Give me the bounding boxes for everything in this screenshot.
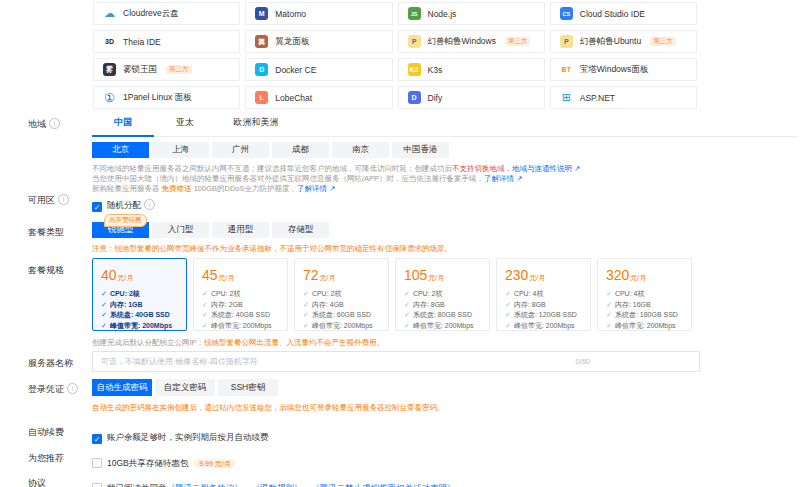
app-card-cloudreve[interactable]: ☁ Cloudreve云盘 bbox=[93, 2, 240, 25]
city-chengdu[interactable]: 成都 bbox=[272, 142, 329, 158]
plan-price-unit: 元/月 bbox=[219, 274, 235, 281]
app-card-docker[interactable]: D Docker CE bbox=[245, 58, 392, 81]
agreement-checkbox[interactable] bbox=[92, 483, 102, 487]
check-icon bbox=[404, 311, 413, 318]
third-party-badge: 第三方 bbox=[166, 65, 192, 74]
plan-price: 72 bbox=[303, 267, 319, 283]
city-beijing[interactable]: 北京 bbox=[92, 142, 149, 158]
city-shanghai[interactable]: 上海 bbox=[152, 142, 209, 158]
plan-card-320[interactable]: 320元/月 CPU: 4核 内存: 16GB 系统盘: 180GB SSD 峰… bbox=[597, 258, 692, 331]
app-card-theia[interactable]: 3D Theia IDE bbox=[93, 30, 240, 53]
note-text: 创建完成后默认分配独立公网IP； bbox=[92, 338, 204, 347]
docker-icon: D bbox=[255, 63, 268, 76]
login-label-text: 登录凭证 bbox=[28, 384, 64, 394]
spec-memory: 内存: 4GB bbox=[312, 301, 344, 308]
app-card-cloud-studio[interactable]: CS Cloud Studio IDE bbox=[550, 2, 697, 25]
app-name: Cloudreve云盘 bbox=[123, 8, 179, 20]
plan-card-105[interactable]: 105元/月 CPU: 2核 内存: 8GB 系统盘: 80GB SSD 峰值带… bbox=[395, 258, 490, 331]
app-name: LobeChat bbox=[275, 93, 312, 103]
plan-card-list: 40元/月 CPU: 2核 内存: 1GB 系统盘: 40GB SSD 峰值带宽… bbox=[92, 258, 692, 331]
app-card-bt-windows-panel[interactable]: BT 宝塔Windows面板 bbox=[550, 58, 697, 81]
check-icon bbox=[303, 290, 312, 297]
spec-memory: 内存: 16GB bbox=[615, 301, 651, 308]
app-card-aspnet[interactable]: ⊞ ASP.NET bbox=[550, 86, 697, 109]
app-card-palworld-windows[interactable]: P 幻兽帕鲁Windows 第三方 bbox=[398, 30, 545, 53]
app-card-dify[interactable]: D Dify bbox=[398, 86, 545, 109]
spec-bandwidth: 峰值带宽: 200Mbps bbox=[211, 322, 272, 329]
crypto-ban-statement-link[interactable]: 《腾讯云禁止虚拟货币相关活动声明》 bbox=[311, 483, 456, 487]
spec-cpu: CPU: 4核 bbox=[514, 290, 544, 297]
app-card-enshrouded[interactable]: 雾 雾锁王国 第三方 bbox=[93, 58, 240, 81]
server-name-input[interactable] bbox=[92, 351, 700, 372]
check-icon bbox=[606, 322, 615, 329]
app-card-matomo[interactable]: M Matomo bbox=[245, 2, 392, 25]
dify-icon: D bbox=[408, 91, 421, 104]
spec-bandwidth: 峰值带宽: 200Mbps bbox=[615, 322, 676, 329]
cloud-studio-icon: CS bbox=[560, 7, 573, 20]
app-card-yilong-panel[interactable]: 翼 翼龙面板 bbox=[245, 30, 392, 53]
login-ssh-key[interactable]: SSH密钥 bbox=[218, 379, 278, 396]
plan-card-230[interactable]: 230元/月 CPU: 4核 内存: 8GB 系统盘: 120GB SSD 峰值… bbox=[496, 258, 591, 331]
yilong-panel-icon: 翼 bbox=[255, 35, 268, 48]
region-connectivity-link[interactable]: 地域与连通性说明 ↗ bbox=[512, 164, 580, 173]
check-icon bbox=[404, 322, 413, 329]
city-hongkong[interactable]: 中国香港 bbox=[392, 142, 449, 158]
login-auto-password[interactable]: 自动生成密码 bbox=[92, 379, 152, 396]
app-card-nodejs[interactable]: JS Node.js bbox=[398, 2, 545, 25]
app-card-palworld-ubuntu[interactable]: P 幻兽帕鲁Ubuntu 第三方 bbox=[550, 30, 697, 53]
city-guangzhou[interactable]: 广州 bbox=[212, 142, 269, 158]
plan-card-72[interactable]: 72元/月 CPU: 2核 内存: 4GB 系统盘: 60GB SSD 峰值带宽… bbox=[294, 258, 389, 331]
app-name: 翼龙面板 bbox=[275, 36, 309, 48]
city-nanjing[interactable]: 南京 bbox=[332, 142, 389, 158]
app-name: Dify bbox=[428, 93, 443, 103]
region-tabs: 中国 亚太 欧洲和美洲 bbox=[92, 112, 798, 137]
plan-card-40[interactable]: 40元/月 CPU: 2核 内存: 1GB 系统盘: 40GB SSD 峰值带宽… bbox=[92, 258, 187, 331]
tab-europe-america[interactable]: 欧洲和美洲 bbox=[216, 112, 296, 136]
plan-card-45[interactable]: 45元/月 CPU: 2核 内存: 2GB 系统盘: 40GB SSD 峰值带宽… bbox=[193, 258, 288, 331]
app-name: 1Panel Linux 面板 bbox=[123, 92, 192, 104]
k3s-icon: K3 bbox=[408, 63, 421, 76]
recommend-label: 为您推荐 bbox=[28, 452, 64, 465]
app-card-k3s[interactable]: K3 K3s bbox=[398, 58, 545, 81]
random-assign-checkbox[interactable] bbox=[92, 202, 102, 212]
plan-type-general[interactable]: 通用型 bbox=[212, 222, 269, 238]
app-card-lobechat[interactable]: L LobeChat bbox=[245, 86, 392, 109]
free-gift-text: 免费赠送 bbox=[162, 184, 192, 193]
icp-learn-more-link[interactable]: 了解详情 ↗ bbox=[484, 174, 522, 183]
tab-asia-pacific[interactable]: 亚太 bbox=[154, 112, 216, 136]
login-custom-password[interactable]: 自定义密码 bbox=[155, 379, 215, 396]
check-icon bbox=[606, 311, 615, 318]
check-icon bbox=[101, 322, 110, 329]
nodejs-icon: JS bbox=[408, 7, 421, 20]
info-icon[interactable] bbox=[67, 383, 78, 394]
third-party-badge: 第三方 bbox=[650, 37, 676, 46]
recommend-checkbox[interactable] bbox=[92, 458, 102, 468]
spec-cpu: CPU: 2核 bbox=[312, 290, 342, 297]
app-name: 雾锁王国 bbox=[123, 64, 157, 76]
plan-type-entry[interactable]: 入门型 bbox=[152, 222, 209, 238]
auto-renew-text: 账户余额足够时，实例到期后按月自动续费 bbox=[107, 432, 269, 442]
info-icon[interactable] bbox=[144, 199, 155, 210]
info-icon[interactable] bbox=[49, 118, 60, 129]
service-agreement-link[interactable]: 《腾讯云服务协议》 bbox=[167, 483, 244, 487]
tab-china[interactable]: 中国 bbox=[92, 112, 154, 137]
app-card-1panel[interactable]: ① 1Panel Linux 面板 bbox=[93, 86, 240, 109]
spec-cpu: CPU: 4核 bbox=[615, 290, 645, 297]
app-name: Node.js bbox=[428, 9, 457, 19]
enshrouded-icon: 雾 bbox=[103, 63, 116, 76]
spec-disk: 系统盘: 40GB SSD bbox=[110, 311, 170, 318]
ddos-learn-more-link[interactable]: 了解详情 ↗ bbox=[297, 184, 335, 193]
spec-bandwidth: 峰值带宽: 200Mbps bbox=[514, 322, 575, 329]
auto-renew-checkbox[interactable] bbox=[92, 434, 102, 444]
app-name: ASP.NET bbox=[580, 93, 615, 103]
app-image-grid: ☁ Cloudreve云盘 M Matomo JS Node.js CS Clo… bbox=[93, 2, 697, 109]
refund-rules-link[interactable]: 《退款规则》 bbox=[252, 483, 303, 487]
spec-cpu: CPU: 2核 bbox=[211, 290, 241, 297]
separator: 、 bbox=[303, 483, 312, 487]
app-name: Theia IDE bbox=[123, 37, 161, 47]
check-icon bbox=[505, 311, 514, 318]
plan-type-storage[interactable]: 存储型 bbox=[272, 222, 329, 238]
app-name: 宝塔Windows面板 bbox=[580, 64, 648, 76]
info-icon[interactable] bbox=[58, 194, 69, 205]
check-icon bbox=[505, 290, 514, 297]
